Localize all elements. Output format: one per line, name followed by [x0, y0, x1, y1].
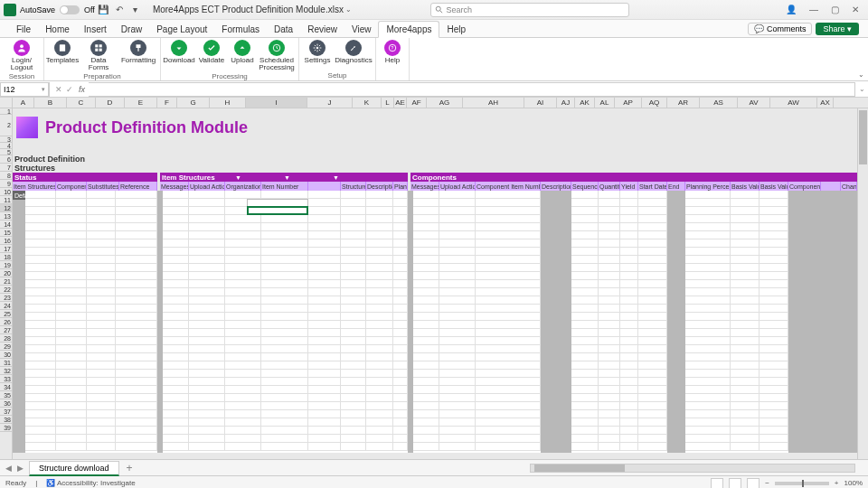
row-32[interactable]: 32 — [0, 367, 12, 375]
section-item-structures-3[interactable]: ▼ — [292, 173, 341, 182]
col-E[interactable]: E — [125, 98, 157, 108]
col-K[interactable]: K — [353, 98, 382, 108]
grid-region[interactable] — [163, 191, 408, 453]
subcol2-2[interactable]: Organization — [225, 182, 261, 191]
view-pagebreak[interactable] — [747, 478, 760, 489]
ribbon-download[interactable]: Download — [163, 38, 195, 71]
ribbon-settings[interactable]: Settings — [301, 38, 334, 70]
formula-input[interactable] — [89, 82, 855, 97]
row-31[interactable]: 31 — [0, 359, 12, 367]
row-1[interactable]: 1 — [0, 108, 12, 115]
subcol3-2[interactable]: Component Item Number — [476, 182, 541, 191]
horizontal-scrollbar[interactable] — [530, 464, 855, 473]
subcol3-10[interactable]: Basis Value — [731, 182, 760, 191]
toggle-icon[interactable] — [60, 5, 80, 14]
row-14[interactable]: 14 — [0, 221, 12, 229]
scrollbar-thumb[interactable] — [534, 465, 625, 472]
col-A[interactable]: A — [13, 98, 34, 108]
row-23[interactable]: 23 — [0, 294, 12, 302]
tab-help[interactable]: Help — [439, 22, 473, 37]
ribbon-templates[interactable]: Templates — [46, 38, 79, 71]
subcol3-9[interactable]: Planning Percent — [685, 182, 731, 191]
subcol3-14[interactable]: Change — [841, 182, 857, 191]
col-AF[interactable]: AF — [407, 98, 427, 108]
chevron-down-icon[interactable]: ▼ — [284, 174, 290, 181]
row-26[interactable]: 26 — [0, 318, 12, 326]
tab-review[interactable]: Review — [300, 22, 344, 37]
select-all-corner[interactable] — [0, 98, 13, 108]
ribbon-scheduled-processing[interactable]: ScheduledProcessing — [257, 38, 297, 71]
share-button[interactable]: Share ▾ — [816, 23, 859, 35]
name-box[interactable]: I12▾ — [0, 82, 49, 97]
sheet-nav[interactable]: ◀▶ — [0, 464, 29, 473]
row-2[interactable]: 2 — [0, 115, 12, 136]
col-AG[interactable]: AG — [427, 98, 463, 108]
col-AK[interactable]: AK — [575, 98, 595, 108]
row-20[interactable]: 20 — [0, 269, 12, 277]
row-30[interactable]: 30 — [0, 351, 12, 359]
close-button[interactable]: ✕ — [852, 5, 859, 14]
col-D[interactable]: D — [96, 98, 125, 108]
col-L[interactable]: L — [382, 98, 394, 108]
section-item-structures-2[interactable]: ▼ — [243, 173, 292, 182]
subcol3-0[interactable]: Messages — [410, 182, 439, 191]
active-cell[interactable] — [247, 206, 308, 215]
qat-more[interactable]: ▾ — [128, 3, 143, 17]
col-AV[interactable]: AV — [738, 98, 770, 108]
sheet-tab-active[interactable]: Structure download — [29, 461, 119, 476]
col-AL[interactable]: AL — [595, 98, 615, 108]
ribbon-collapse[interactable]: ⌄ — [858, 70, 864, 79]
worksheet[interactable]: ABCDEFGHIJKLAEAFAGAHAIAJAKALAPAQARASAVAW… — [0, 98, 868, 459]
subcol3-5[interactable]: Quantity — [599, 182, 620, 191]
tab-pagelayout[interactable]: Page Layout — [149, 22, 214, 37]
formula-expand[interactable]: ⌄ — [855, 85, 868, 93]
grid-region[interactable] — [25, 191, 157, 453]
row-35[interactable]: 35 — [0, 391, 12, 399]
row-7[interactable]: 7 — [0, 164, 12, 172]
col-AS[interactable]: AS — [700, 98, 738, 108]
row-33[interactable]: 33 — [0, 375, 12, 383]
zoom-in[interactable]: + — [835, 479, 839, 487]
row-39[interactable]: 39 — [0, 424, 12, 432]
row-9[interactable]: 9 — [0, 180, 12, 188]
row-34[interactable]: 34 — [0, 383, 12, 391]
subcol3-8[interactable]: End — [667, 182, 685, 191]
tab-home[interactable]: Home — [38, 22, 77, 37]
chevron-down-icon[interactable]: ▼ — [235, 174, 241, 181]
view-pagelayout[interactable] — [729, 478, 741, 489]
tab-insert[interactable]: Insert — [77, 22, 114, 37]
grid-region[interactable] — [571, 191, 667, 453]
subcol3-6[interactable]: Yield — [620, 182, 638, 191]
minimize-button[interactable]: — — [809, 5, 818, 14]
row-22[interactable]: 22 — [0, 286, 12, 294]
subcol-item-structures[interactable]: Item Structures — [13, 182, 56, 191]
tab-data[interactable]: Data — [267, 22, 300, 37]
col-AX[interactable]: AX — [817, 98, 834, 108]
tab-view[interactable]: View — [344, 22, 379, 37]
grid-region[interactable] — [413, 191, 541, 453]
col-I[interactable]: I — [246, 98, 307, 108]
row-10[interactable]: 10 — [0, 188, 12, 196]
vertical-scrollbar[interactable] — [857, 108, 868, 459]
col-AJ[interactable]: AJ — [557, 98, 575, 108]
subcol-reference[interactable]: Reference — [119, 182, 157, 191]
col-B[interactable]: B — [34, 98, 67, 108]
fx-icon[interactable]: fx — [79, 85, 85, 94]
row-28[interactable]: 28 — [0, 334, 12, 343]
ribbon-validate[interactable]: Validate — [195, 38, 228, 71]
col-G[interactable]: G — [177, 98, 210, 108]
row-38[interactable]: 38 — [0, 416, 12, 424]
subcol3-12[interactable]: Component Path — [788, 182, 821, 191]
ribbon-diagnostics[interactable]: Diagnostics — [334, 38, 373, 70]
maximize-button[interactable]: ▢ — [831, 5, 839, 14]
col-H[interactable]: H — [210, 98, 246, 108]
row-27[interactable]: 27 — [0, 326, 12, 334]
subcol2-5[interactable]: Structure — [341, 182, 366, 191]
row-6[interactable]: 6 — [0, 155, 12, 164]
tab-formulas[interactable]: Formulas — [214, 22, 267, 37]
row-21[interactable]: 21 — [0, 277, 12, 286]
qat-save[interactable]: 💾 — [96, 3, 110, 17]
row-8[interactable]: 8 — [0, 172, 12, 180]
row-13[interactable]: 13 — [0, 212, 12, 221]
ribbon-formatting[interactable]: Formatting — [118, 38, 158, 71]
